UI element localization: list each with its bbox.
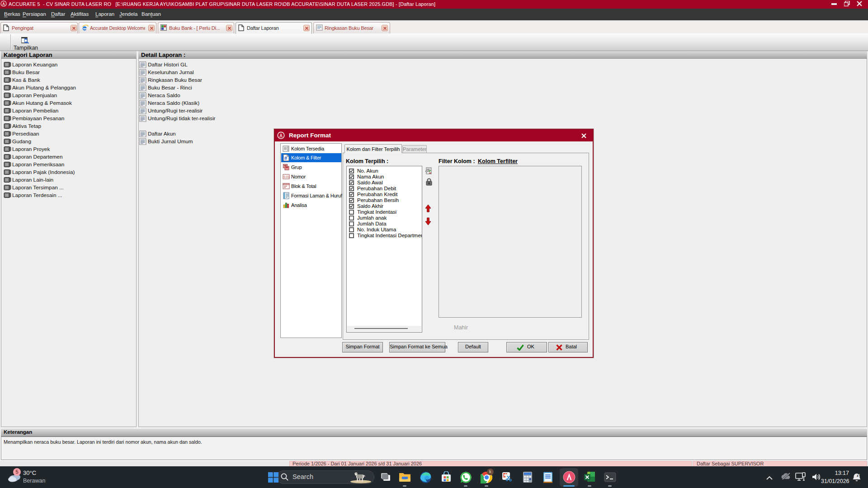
svg-text:z: z: [859, 473, 860, 476]
svg-text:0.01: 0.01: [283, 175, 290, 178]
svg-text:#: #: [284, 155, 287, 161]
